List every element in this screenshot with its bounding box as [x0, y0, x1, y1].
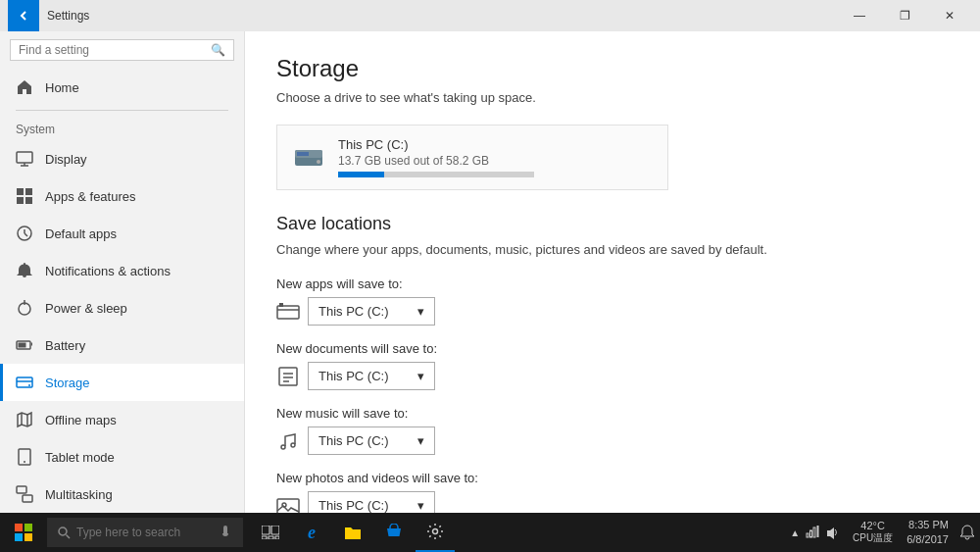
cpu-temp: 42°C CPU温度 [849, 520, 897, 545]
store-button[interactable] [374, 513, 414, 552]
window-title: Settings [47, 9, 89, 23]
multitasking-icon [16, 485, 33, 503]
svg-rect-28 [277, 306, 299, 319]
search-input[interactable] [19, 43, 211, 57]
svg-point-17 [28, 384, 30, 386]
display-icon [16, 150, 33, 168]
page-title: Storage [276, 55, 949, 82]
svg-rect-14 [19, 343, 26, 348]
search-box[interactable]: 🔍 [10, 39, 234, 61]
apps-save-dropdown[interactable]: This PC (C:) ▾ [308, 297, 435, 326]
sidebar-item-default-apps[interactable]: Default apps [0, 215, 244, 252]
sidebar-item-power[interactable]: Power & sleep [0, 289, 244, 326]
battery-icon [16, 336, 33, 354]
minimize-button[interactable]: — [837, 0, 882, 31]
edge-button[interactable]: e [292, 513, 331, 552]
svg-rect-0 [17, 152, 32, 163]
clock-time: 8:35 PM [906, 518, 949, 532]
restore-button[interactable]: ❐ [882, 0, 927, 31]
save-locations-desc: Change where your apps, documents, music… [276, 242, 949, 257]
apps-save-icon [276, 300, 300, 324]
tablet-icon [16, 448, 33, 466]
taskbar-right: ▲ 42°C CPU温度 8:35 PM 6/8/2017 [784, 518, 976, 548]
music-save-chevron: ▾ [417, 433, 424, 448]
photos-save-icon [276, 494, 300, 514]
save-music-row: New music will save to: This PC (C:) ▾ [276, 406, 949, 455]
svg-rect-53 [813, 527, 815, 537]
svg-point-35 [281, 445, 285, 449]
svg-rect-5 [17, 197, 24, 204]
sidebar: 🔍 Home System Display Apps & features [0, 31, 245, 513]
drive-bar-fill [338, 172, 384, 177]
start-button[interactable] [4, 513, 43, 552]
svg-rect-31 [279, 368, 297, 385]
back-button[interactable] [8, 0, 39, 31]
storage-icon [16, 374, 33, 391]
sidebar-item-battery[interactable]: Battery [0, 326, 244, 364]
music-save-dropdown[interactable]: This PC (C:) ▾ [308, 427, 435, 455]
save-docs-row: New documents will save to: This PC (C:)… [276, 341, 949, 390]
save-music-label: New music will save to: [276, 406, 949, 421]
notification-bell-icon[interactable] [958, 524, 976, 541]
sidebar-item-apps-label: Apps & features [45, 189, 136, 204]
svg-rect-45 [262, 526, 270, 534]
taskbar: e ▲ [0, 513, 980, 552]
sidebar-item-battery-label: Battery [45, 338, 85, 353]
photos-save-chevron: ▾ [417, 498, 424, 513]
taskbar-search-input[interactable] [76, 526, 214, 539]
settings-taskbar-button[interactable] [416, 513, 455, 552]
music-save-value: This PC (C:) [318, 433, 389, 448]
sidebar-item-power-label: Power & sleep [45, 301, 127, 316]
drive-card[interactable]: This PC (C:) 13.7 GB used out of 58.2 GB [276, 125, 668, 190]
taskview-button[interactable] [251, 513, 290, 552]
sidebar-item-maps[interactable]: Offline maps [0, 401, 244, 438]
photos-save-value: This PC (C:) [318, 498, 389, 513]
svg-rect-27 [297, 152, 309, 156]
save-locations-title: Save locations [276, 214, 949, 234]
sidebar-item-storage-label: Storage [45, 376, 90, 390]
docs-save-icon [276, 365, 300, 388]
app-body: 🔍 Home System Display Apps & features [0, 31, 980, 513]
clock[interactable]: 8:35 PM 6/8/2017 [901, 518, 955, 548]
svg-rect-3 [17, 188, 24, 195]
photos-save-dropdown[interactable]: This PC (C:) ▾ [308, 491, 435, 513]
sidebar-item-home-label: Home [45, 80, 79, 95]
sidebar-item-storage[interactable]: Storage [0, 364, 244, 401]
volume-icon [825, 526, 839, 539]
sidebar-item-default-label: Default apps [45, 226, 117, 241]
docs-save-chevron: ▾ [417, 369, 424, 383]
drive-used-text: 13.7 GB used out of 58.2 GB [338, 154, 652, 168]
system-label: System [0, 115, 244, 140]
title-bar: Settings — ❐ ✕ [0, 0, 980, 31]
svg-rect-6 [25, 197, 32, 204]
svg-rect-46 [271, 526, 279, 534]
sidebar-item-display[interactable]: Display [0, 140, 244, 177]
taskbar-app-icons: e [251, 513, 455, 552]
explorer-button[interactable] [333, 513, 372, 552]
tray-arrow[interactable]: ▲ [790, 527, 800, 538]
svg-point-43 [59, 527, 67, 535]
svg-rect-40 [24, 524, 32, 531]
sidebar-item-notifications[interactable]: Notifications & actions [0, 252, 244, 289]
svg-rect-47 [262, 536, 267, 539]
docs-save-dropdown[interactable]: This PC (C:) ▾ [308, 362, 435, 390]
maps-icon [16, 411, 33, 428]
sidebar-item-apps[interactable]: Apps & features [0, 177, 244, 215]
close-button[interactable]: ✕ [927, 0, 972, 31]
search-icon: 🔍 [211, 43, 225, 57]
sidebar-item-home[interactable]: Home [0, 69, 244, 106]
home-icon [16, 78, 33, 96]
svg-rect-49 [275, 536, 279, 539]
svg-rect-22 [17, 486, 26, 493]
page-subtitle: Choose a drive to see what's taking up s… [276, 90, 949, 105]
svg-line-9 [24, 233, 27, 236]
taskbar-search-box[interactable] [47, 518, 243, 547]
sidebar-item-tablet[interactable]: Tablet mode [0, 438, 244, 476]
svg-rect-39 [15, 524, 23, 531]
sidebar-item-maps-label: Offline maps [45, 413, 117, 427]
sidebar-item-multitasking[interactable]: Multitasking [0, 476, 244, 513]
svg-rect-52 [810, 530, 812, 537]
save-photos-label: New photos and videos will save to: [276, 471, 949, 485]
svg-point-21 [24, 461, 25, 463]
power-icon [16, 299, 33, 317]
